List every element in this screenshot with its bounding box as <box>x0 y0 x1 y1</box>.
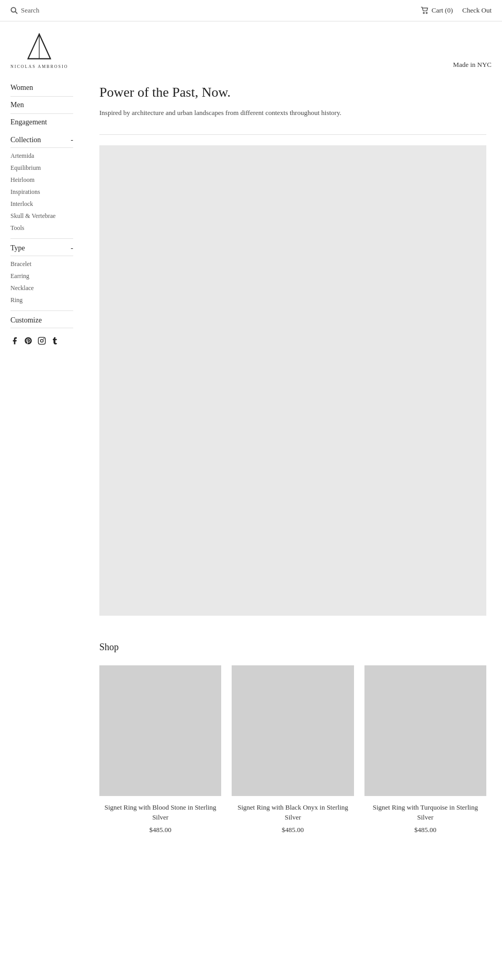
type-toggle: - <box>71 244 73 252</box>
product-name-turquoise: Signet Ring with Turquoise in Sterling S… <box>364 802 486 823</box>
product-price-black-onyx: $485.00 <box>282 826 304 834</box>
sidebar-item-equilibrium[interactable]: Equilibrium <box>10 162 73 174</box>
sidebar-item-necklace[interactable]: Necklace <box>10 282 73 294</box>
product-image-blood-stone <box>99 665 221 796</box>
main-content: Power of the Past, Now. Inspired by arch… <box>84 74 502 845</box>
sidebar-item-engagement[interactable]: Engagement <box>10 114 73 131</box>
logo-bar: NICOLAS AMBROSIO Made in NYC <box>0 21 502 74</box>
collection-label: Collection <box>10 136 41 144</box>
logo[interactable]: NICOLAS AMBROSIO <box>10 32 68 69</box>
collection-toggle: - <box>71 136 73 144</box>
product-price-blood-stone: $485.00 <box>150 826 172 834</box>
svg-point-3 <box>426 13 427 14</box>
collection-sub-list: Artemida Equilibrium Heirloom Inspiratio… <box>10 148 73 239</box>
svg-line-1 <box>15 11 17 14</box>
shop-title: Shop <box>99 642 486 653</box>
tumblr-icon[interactable] <box>51 337 59 347</box>
sidebar-item-skull-vertebrae[interactable]: Skull & Vertebrae <box>10 210 73 222</box>
customize-header[interactable]: Customize <box>10 311 73 328</box>
product-image-turquoise <box>364 665 486 796</box>
product-grid: Signet Ring with Blood Stone in Sterling… <box>99 665 486 834</box>
search-icon <box>10 7 18 14</box>
made-in-nyc: Made in NYC <box>453 61 492 69</box>
cart-link[interactable]: Cart (0) <box>420 6 453 15</box>
svg-point-8 <box>43 339 44 339</box>
sidebar-item-men[interactable]: Men <box>10 97 73 114</box>
sidebar-item-heirloom[interactable]: Heirloom <box>10 174 73 186</box>
cart-icon <box>420 7 429 14</box>
logo-triangle-icon <box>24 32 55 63</box>
search-label: Search <box>21 6 39 15</box>
product-name-blood-stone: Signet Ring with Blood Stone in Sterling… <box>99 802 221 823</box>
svg-rect-6 <box>38 337 45 344</box>
sidebar-item-ring[interactable]: Ring <box>10 294 73 306</box>
pinterest-icon[interactable] <box>24 337 32 347</box>
customize-label: Customize <box>10 316 42 325</box>
product-image-black-onyx <box>232 665 353 796</box>
main-layout: Women Men Engagement Collection - Artemi… <box>0 74 502 866</box>
instagram-icon[interactable] <box>38 337 46 347</box>
sidebar: Women Men Engagement Collection - Artemi… <box>0 74 84 845</box>
page-title: Power of the Past, Now. <box>99 85 486 100</box>
sidebar-item-inspirations[interactable]: Inspirations <box>10 186 73 198</box>
product-card-turquoise[interactable]: Signet Ring with Turquoise in Sterling S… <box>364 665 486 834</box>
svg-point-0 <box>11 7 16 12</box>
cart-label: Cart (0) <box>431 6 453 15</box>
product-price-turquoise: $485.00 <box>414 826 436 834</box>
checkout-link[interactable]: Check Out <box>462 6 492 15</box>
product-card-black-onyx[interactable]: Signet Ring with Black Onyx in Sterling … <box>232 665 353 834</box>
type-label: Type <box>10 244 25 252</box>
sidebar-item-interlock[interactable]: Interlock <box>10 198 73 210</box>
sidebar-item-women[interactable]: Women <box>10 79 73 97</box>
hero-image <box>99 145 486 616</box>
type-sub-list: Bracelet Earring Necklace Ring <box>10 256 73 311</box>
shop-section: Shop Signet Ring with Blood Stone in Ste… <box>99 631 486 834</box>
product-name-black-onyx: Signet Ring with Black Onyx in Sterling … <box>232 802 353 823</box>
brand-name: NICOLAS AMBROSIO <box>10 64 68 69</box>
social-icons <box>10 328 73 347</box>
content-description: Inspired by architecture and urban lands… <box>99 108 486 135</box>
type-header[interactable]: Type - <box>10 239 73 256</box>
product-card-blood-stone[interactable]: Signet Ring with Blood Stone in Sterling… <box>99 665 221 834</box>
header-right: Cart (0) Check Out <box>420 6 492 15</box>
site-header: Search Cart (0) Check Out <box>0 0 502 21</box>
sidebar-item-bracelet[interactable]: Bracelet <box>10 258 73 270</box>
collection-header[interactable]: Collection - <box>10 131 73 148</box>
search-trigger[interactable]: Search <box>10 6 39 15</box>
svg-point-7 <box>40 339 43 342</box>
svg-point-2 <box>424 13 425 14</box>
facebook-icon[interactable] <box>10 337 19 347</box>
sidebar-item-tools[interactable]: Tools <box>10 222 73 234</box>
sidebar-item-artemida[interactable]: Artemida <box>10 150 73 162</box>
sidebar-item-earring[interactable]: Earring <box>10 270 73 282</box>
